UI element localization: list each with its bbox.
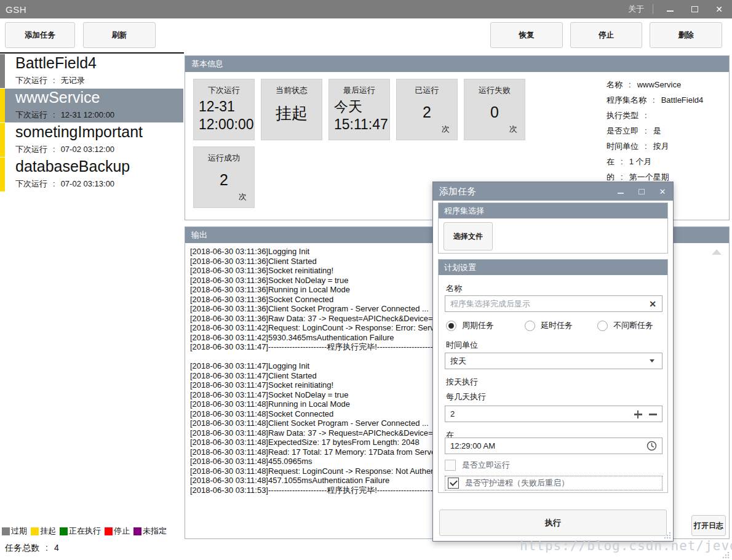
detail-assembly: 程序集名称:BattleField4 <box>607 95 703 106</box>
task-next-run: 下次运行:07-02 03:12:00 <box>15 144 114 155</box>
legend-swatch <box>133 527 141 535</box>
radio-dot <box>597 321 608 331</box>
name-label: 名称 <box>446 283 462 294</box>
legend-item-unassigned: 未指定 <box>133 526 167 537</box>
chevron-down-icon <box>650 359 654 362</box>
card-run-count: 已运行 2 次 <box>396 79 458 140</box>
legend-swatch <box>2 527 10 535</box>
detail-immediate: 是否立即:是 <box>607 126 661 137</box>
time-unit-label: 时间单位 <box>446 340 478 351</box>
radio-delayed-task[interactable]: 延时任务 <box>525 320 573 331</box>
assembly-select-group: 程序集选择 选择文件 <box>438 202 668 254</box>
task-name: sometingImportant <box>15 123 143 141</box>
refresh-button[interactable]: 刷新 <box>83 22 156 48</box>
task-name: BattleField4 <box>15 54 97 72</box>
scroll-up-icon[interactable] <box>712 249 722 255</box>
checkbox-icon <box>445 460 456 471</box>
dialog-title-bar: 添加任务 ✕ <box>433 182 673 201</box>
detail-at: 在:1 个月 <box>607 156 651 167</box>
legend-swatch <box>105 527 113 535</box>
minimize-icon[interactable] <box>662 2 678 16</box>
app-title: GSH <box>6 4 26 15</box>
radio-continuous-task[interactable]: 不间断任务 <box>597 320 653 331</box>
detail-name: 名称:wwwService <box>607 79 681 90</box>
legend-item-stopped: 停止 <box>105 526 130 537</box>
clear-icon[interactable]: ✕ <box>649 299 656 309</box>
status-stripe <box>0 123 5 157</box>
task-item-wwwservice[interactable]: wwwService 下次运行:12-31 12:00:00 <box>0 89 183 122</box>
card-success-count: 运行成功 2 次 <box>193 146 255 208</box>
task-name: wwwService <box>15 89 100 106</box>
task-type-radios: 周期任务 延时任务 不间断任务 <box>446 320 661 332</box>
by-day-section-label: 按天执行 <box>446 377 478 388</box>
dialog-maximize-icon[interactable] <box>635 185 648 198</box>
legend-item-expired: 过期 <box>2 526 27 537</box>
daemon-checkbox[interactable]: 是否守护进程（失败后重启） <box>445 476 662 490</box>
plan-settings-group: 计划设置 名称 程序集选择完成后显示 ✕ 周期任务 延时任务 不间断任务 <box>438 259 668 493</box>
run-immediately-checkbox[interactable]: 是否立即运行 <box>445 460 662 471</box>
add-task-dialog: 添加任务 ✕ 程序集选择 选择文件 计划设置 名称 程序集选择完成后显示 ✕ 周… <box>432 182 674 542</box>
app-window: GSH 关于 ✕ 添加任务 刷新 恢复 停止 删除 BattleField4 下… <box>0 0 732 560</box>
every-days-label: 每几天执行 <box>446 391 486 402</box>
radio-periodic-task[interactable]: 周期任务 <box>446 320 494 331</box>
plan-settings-header: 计划设置 <box>439 260 667 275</box>
radio-dot <box>446 321 456 331</box>
resume-button[interactable]: 恢复 <box>490 22 563 48</box>
time-unit-select[interactable]: 按天 <box>445 353 662 369</box>
task-item-databasebackup[interactable]: databaseBackup 下次运行:07-02 03:13:00 <box>0 158 183 191</box>
status-stripe <box>0 158 5 191</box>
task-item-sometingimportant[interactable]: sometingImportant 下次运行:07-02 03:12:00 <box>0 123 183 157</box>
choose-file-button[interactable]: 选择文件 <box>444 222 493 250</box>
delete-button[interactable]: 删除 <box>650 22 722 48</box>
task-list: BattleField4 下次运行:无记录 wwwService 下次运行:12… <box>0 54 183 192</box>
title-bar: GSH 关于 ✕ <box>0 0 732 18</box>
legend-swatch <box>60 527 68 535</box>
assembly-select-header: 程序集选择 <box>439 203 667 218</box>
checkbox-checked-icon <box>448 478 459 489</box>
legend-swatch <box>31 527 39 535</box>
task-name-placeholder: 程序集选择完成后显示 <box>450 298 530 310</box>
clock-icon[interactable] <box>646 441 657 451</box>
minus-icon[interactable] <box>646 406 659 423</box>
legend-item-running: 正在执行 <box>60 526 101 537</box>
card-current-state: 当前状态 挂起 <box>261 79 322 140</box>
about-link[interactable]: 关于 <box>628 4 644 15</box>
legend-item-suspended: 挂起 <box>31 526 56 537</box>
open-log-button[interactable]: 打开日志 <box>691 515 726 536</box>
maximize-icon[interactable] <box>686 2 702 16</box>
radio-dot <box>525 321 535 331</box>
card-next-run: 下次运行 12-31 12:00:00 <box>193 79 255 140</box>
stop-button[interactable]: 停止 <box>570 22 642 48</box>
plus-icon[interactable] <box>631 406 645 423</box>
dialog-close-icon[interactable]: ✕ <box>656 185 669 198</box>
status-stripe <box>0 89 5 122</box>
dialog-title: 添加任务 <box>439 186 476 198</box>
status-stripe <box>0 54 5 88</box>
close-icon[interactable]: ✕ <box>711 2 727 16</box>
task-next-run: 下次运行:07-02 03:13:00 <box>15 178 114 190</box>
time-input[interactable]: 12:29:00 AM <box>445 438 662 454</box>
every-days-input[interactable]: 2 <box>445 406 662 422</box>
card-fail-count: 运行失败 0 次 <box>464 79 525 140</box>
titlebar-separator <box>653 4 653 14</box>
status-legend: 过期 挂起 正在执行 停止 未指定 <box>2 526 170 537</box>
task-next-run: 下次运行:12-31 12:00:00 <box>15 110 114 121</box>
detail-exec-type: 执行类型: <box>607 110 653 121</box>
add-task-button[interactable]: 添加任务 <box>5 22 75 48</box>
toolbar: 添加任务 刷新 恢复 停止 删除 <box>0 18 732 53</box>
sidebar-divider <box>0 52 184 54</box>
detail-time-unit: 时间单位:按月 <box>607 141 669 152</box>
execute-button[interactable]: 执行 <box>439 510 667 536</box>
window-resize-grip[interactable] <box>722 551 730 559</box>
task-next-run: 下次运行:无记录 <box>15 75 85 86</box>
dialog-minimize-icon[interactable] <box>614 185 627 198</box>
basic-info-header: 基本信息 <box>185 56 729 72</box>
task-name: databaseBackup <box>15 158 130 175</box>
task-name-input[interactable]: 程序集选择完成后显示 ✕ <box>445 295 662 312</box>
watermark: https://blog.csdn.net/jevonsflash <box>520 538 732 553</box>
task-item-battlefield4[interactable]: BattleField4 下次运行:无记录 <box>0 54 183 88</box>
card-last-run: 最后运行 今天 15:11:47 <box>328 79 390 140</box>
task-total: 任务总数:4 <box>5 543 59 554</box>
